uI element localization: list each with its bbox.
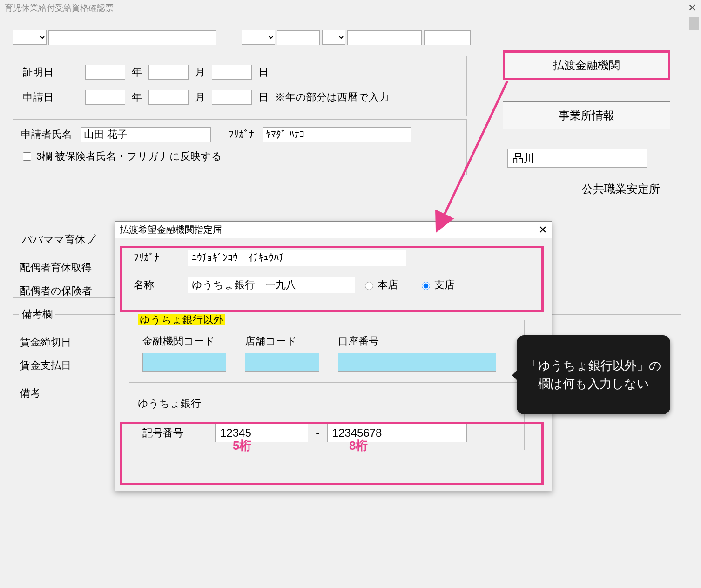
year-label-2: 年 (132, 90, 142, 104)
apply-month-input[interactable] (148, 90, 189, 105)
yuucho-dash: - (316, 426, 320, 440)
radio-main-input[interactable] (365, 282, 373, 290)
window-title: 育児休業給付受給資格確認票 (5, 2, 114, 14)
location-input[interactable] (507, 149, 647, 168)
cert-date-row: 証明日 年 月 日 (23, 65, 269, 80)
dialog-title: 払渡希望金融機関指定届 (120, 223, 222, 236)
radio-branch-input[interactable] (422, 282, 430, 290)
callout-bubble: 「ゆうちょ銀行以外」の欄は何も入力しない (517, 335, 670, 414)
dialog-body: ﾌﾘｶﾞﾅ 名称 本店 支店 ゆうちょ銀行以外 (115, 238, 552, 491)
branch-code-input[interactable] (245, 353, 319, 372)
yuucho-input-1[interactable] (215, 424, 308, 442)
dlg-name-label: 名称 (134, 278, 180, 292)
top-input-2c[interactable] (424, 30, 471, 45)
bank-button-label: 払渡金融機関 (553, 58, 620, 73)
close-icon[interactable]: ✕ (688, 2, 696, 14)
radio-branch-label: 支店 (434, 278, 455, 292)
applicant-name-input[interactable] (81, 127, 211, 142)
apply-date-label: 申請日 (23, 90, 79, 104)
yuucho-label: 記号番号 (142, 426, 208, 440)
location-label: 公共職業安定所 (582, 182, 660, 196)
month-label-2: 月 (195, 90, 205, 104)
applicant-group: 申請者氏名 ﾌﾘｶﾞﾅ 3欄 被保険者氏名・フリガナに反映する (13, 119, 467, 175)
dialog-top-section: ﾌﾘｶﾞﾅ 名称 本店 支店 (124, 243, 534, 313)
account-no-input[interactable] (338, 353, 496, 372)
yuucho-fieldset: ゆうちょ銀行 記号番号 - (129, 397, 525, 450)
dlg-name-input[interactable] (188, 277, 355, 293)
office-button-label: 事業所情報 (559, 108, 614, 123)
titlebar: 育児休業給付受給資格確認票 ✕ (0, 0, 701, 16)
top-input-1[interactable] (48, 30, 216, 45)
month-label-1: 月 (195, 65, 205, 79)
bank-button[interactable]: 払渡金融機関 (503, 51, 670, 79)
radio-main[interactable]: 本店 (363, 278, 398, 292)
remarks-l2: 賃金支払日 (20, 358, 71, 372)
year-note: ※年の部分は西暦で入力 (275, 90, 389, 104)
papamama-line2: 配偶者の保険者 (20, 284, 92, 298)
applicant-kana-label: ﾌﾘｶﾞﾅ (229, 128, 254, 141)
year-label-1: 年 (132, 65, 142, 79)
dlg-furigana-label: ﾌﾘｶﾞﾅ (134, 252, 180, 264)
remarks-l3: 備考 (20, 386, 40, 400)
day-label-1: 日 (258, 65, 269, 79)
apply-day-input[interactable] (212, 90, 252, 105)
papamama-legend: パパママ育休プ (19, 233, 99, 247)
applicant-name-label: 申請者氏名 (21, 128, 72, 142)
top-select-2[interactable] (242, 30, 275, 45)
remarks-legend: 備考欄 (19, 307, 55, 321)
annotation-8digits: 8桁 (349, 438, 368, 454)
applicant-kana-input[interactable] (263, 127, 411, 142)
bank-dialog: 払渡希望金融機関指定届 ✕ ﾌﾘｶﾞﾅ 名称 本店 (115, 221, 552, 491)
date-group: 証明日 年 月 日 申請日 年 月 日 ※年の部分は西暦で入力 (13, 56, 467, 116)
yuucho-input-2[interactable] (327, 424, 467, 442)
top-input-2b[interactable] (347, 30, 422, 45)
top-select-1[interactable] (13, 30, 47, 45)
reflect-checkbox-label: 3欄 被保険者氏名・フリガナに反映する (36, 149, 222, 163)
apply-date-row: 申請日 年 月 日 ※年の部分は西暦で入力 (23, 90, 389, 105)
top-selects-row (13, 30, 547, 45)
papamama-line1: 配偶者育休取得 (20, 261, 92, 275)
other-bank-legend: ゆうちょ銀行以外 (135, 313, 228, 327)
cert-month-input[interactable] (148, 65, 189, 80)
other-bank-fieldset: ゆうちょ銀行以外 金融機関コード 店舗コード 口座番号 (129, 313, 525, 383)
dlg-furigana-input[interactable] (188, 250, 406, 266)
branch-code-label: 店舗コード (245, 334, 319, 348)
remarks-l1: 賃金締切日 (20, 335, 71, 349)
yuucho-legend: ゆうちょ銀行 (135, 397, 204, 411)
dialog-titlebar: 払渡希望金融機関指定届 ✕ (115, 222, 552, 238)
window: 育児休業給付受給資格確認票 ✕ 証明日 年 月 日 申請日 (0, 0, 701, 588)
cert-day-input[interactable] (212, 65, 252, 80)
reflect-checkbox[interactable] (23, 152, 31, 161)
office-button[interactable]: 事業所情報 (503, 101, 670, 129)
radio-main-label: 本店 (377, 278, 398, 292)
top-select-3[interactable] (322, 30, 345, 45)
scrollbar-thumb[interactable] (689, 17, 699, 30)
radio-branch[interactable]: 支店 (419, 278, 455, 292)
callout-text: 「ゆうちょ銀行以外」の欄は何も入力しない (523, 357, 664, 393)
fin-code-input[interactable] (142, 353, 226, 372)
cert-date-label: 証明日 (23, 65, 79, 79)
annotation-5digits: 5桁 (233, 438, 251, 454)
fin-code-label: 金融機関コード (142, 334, 226, 348)
top-input-2a[interactable] (277, 30, 320, 45)
dialog-close-icon[interactable]: ✕ (539, 224, 547, 236)
cert-year-input[interactable] (85, 65, 125, 80)
account-no-label: 口座番号 (338, 334, 496, 348)
apply-year-input[interactable] (85, 90, 125, 105)
day-label-2: 日 (258, 90, 269, 104)
